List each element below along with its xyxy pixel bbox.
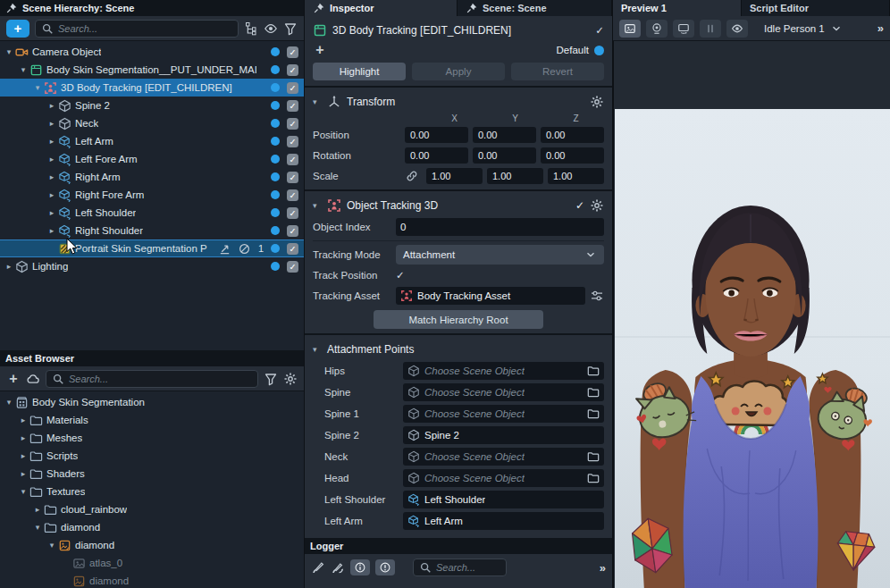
screen-mode-button[interactable] — [673, 20, 694, 38]
add-component-button[interactable]: + — [313, 43, 327, 57]
folder-small-icon[interactable] — [587, 365, 600, 377]
hierarchy-row[interactable]: ▸ Left Arm — [0, 132, 304, 150]
render-layer-dot[interactable] — [271, 244, 280, 253]
expand-chevron[interactable]: ▾ — [4, 47, 14, 56]
hierarchy-row[interactable]: ▸ Right Arm — [0, 168, 304, 186]
folder-small-icon[interactable] — [587, 450, 600, 463]
render-layer-dot[interactable] — [271, 65, 280, 74]
enabled-checkbox[interactable] — [287, 46, 298, 58]
eye-icon[interactable] — [264, 21, 278, 36]
asset-row[interactable]: diamond — [0, 572, 304, 588]
filter-icon[interactable] — [264, 372, 278, 386]
enabled-checkbox[interactable] — [287, 82, 298, 94]
expand-chevron[interactable]: ▾ — [4, 398, 14, 407]
hierarchy-row[interactable]: ▸ Left Shoulder — [0, 204, 304, 222]
apply-button[interactable]: Apply — [412, 63, 505, 80]
tab-scene[interactable]: Scene: Scene — [458, 0, 612, 16]
enabled-checkbox[interactable] — [287, 136, 298, 147]
value-z-input[interactable]: 0.00 — [541, 127, 604, 143]
pin-icon[interactable] — [5, 2, 18, 14]
hierarchy-row[interactable]: ▾ Body Skin Segmentation__PUT_UNDER_MAI — [0, 61, 304, 79]
render-layer-dot[interactable] — [271, 190, 280, 199]
expand-chevron[interactable]: ▾ — [32, 83, 43, 92]
tracking-asset-field[interactable]: Body Tracking Asset — [396, 287, 585, 305]
hierarchy-row[interactable]: ▸ Right Fore Arm — [0, 186, 304, 204]
enabled-checkbox[interactable] — [287, 243, 298, 255]
enabled-checkbox[interactable] — [287, 207, 298, 219]
filter-icon[interactable] — [283, 21, 298, 36]
gear-icon[interactable] — [590, 198, 604, 213]
hierarchy-row[interactable]: ▸ Neck — [0, 114, 304, 132]
component-enabled-checkbox[interactable] — [575, 199, 584, 212]
expand-chevron[interactable]: ▸ — [18, 469, 29, 478]
revert-button[interactable]: Revert — [511, 63, 604, 80]
expand-chevron[interactable]: ▾ — [18, 65, 29, 74]
value-y-input[interactable]: 0.00 — [473, 127, 536, 143]
expand-chevron[interactable]: ▸ — [46, 208, 57, 217]
asset-search-input[interactable]: Search... — [46, 370, 258, 388]
scene-object-field[interactable]: Spine 2 — [403, 426, 604, 444]
add-object-button[interactable]: + — [6, 20, 29, 38]
asset-row[interactable]: ▸ Meshes — [0, 429, 304, 447]
pause-button[interactable] — [700, 20, 721, 38]
tune-icon[interactable] — [590, 289, 604, 303]
tab-script-editor[interactable]: Script Editor — [742, 0, 890, 16]
value-y-input[interactable]: 1.00 — [487, 168, 543, 184]
attachment-points-header[interactable]: ▾ Attachment Points — [313, 339, 604, 360]
chevron-down-icon[interactable] — [830, 22, 843, 35]
enabled-checkbox[interactable] — [287, 225, 298, 237]
asset-row[interactable]: ▾ diamond — [0, 536, 304, 554]
expand-chevron[interactable]: ▸ — [32, 505, 43, 514]
expand-chevron[interactable]: ▸ — [46, 172, 57, 181]
gear-icon[interactable] — [590, 95, 604, 109]
expand-chevron[interactable]: ▸ — [46, 101, 57, 110]
webcam-mode-button[interactable] — [646, 20, 668, 38]
scene-object-field[interactable]: Choose Scene Object — [403, 469, 604, 487]
transform-section-header[interactable]: ▾ Transform — [313, 91, 604, 113]
expand-chevron[interactable]: ▸ — [46, 119, 57, 128]
info-filter-button[interactable] — [350, 559, 370, 575]
value-z-input[interactable]: 0.00 — [541, 147, 604, 164]
track-position-checkbox[interactable] — [396, 269, 405, 281]
expand-chevron[interactable]: ▸ — [46, 226, 57, 235]
enabled-checkbox[interactable] — [287, 154, 298, 165]
asset-row[interactable]: ▸ Shaders — [0, 465, 304, 483]
enabled-checkbox[interactable] — [287, 261, 298, 273]
render-layer-dot[interactable] — [271, 172, 280, 181]
enabled-checkbox[interactable] — [287, 189, 298, 201]
render-layer-dot[interactable] — [271, 137, 280, 146]
scene-object-field[interactable]: Choose Scene Object — [403, 448, 604, 466]
enabled-checkbox[interactable] — [287, 64, 298, 76]
add-asset-button[interactable]: + — [6, 372, 21, 386]
value-y-input[interactable]: 0.00 — [473, 147, 536, 164]
scene-object-field[interactable]: Choose Scene Object — [403, 362, 604, 380]
render-layer-dot[interactable] — [271, 155, 280, 164]
warning-filter-button[interactable] — [375, 559, 395, 575]
render-layer-dot[interactable] — [271, 47, 280, 56]
render-layer-dot[interactable] — [271, 83, 280, 92]
asset-row[interactable]: ▾ Body Skin Segmentation — [0, 393, 304, 411]
broom-play-icon[interactable] — [331, 560, 345, 575]
expand-chevron[interactable]: ▾ — [32, 523, 43, 532]
object-enabled-checkbox[interactable] — [595, 24, 604, 37]
show-overlays-button[interactable] — [726, 20, 748, 38]
asset-row[interactable]: atlas_0 — [0, 554, 304, 572]
expand-chevron[interactable]: ▸ — [18, 451, 29, 460]
link-icon[interactable] — [405, 169, 422, 183]
value-z-input[interactable]: 1.00 — [548, 168, 604, 184]
value-x-input[interactable]: 1.00 — [426, 168, 483, 184]
expand-chevron[interactable]: ▸ — [46, 137, 57, 146]
tab-preview[interactable]: Preview 1 — [613, 0, 742, 16]
render-layer-dot[interactable] — [271, 226, 280, 235]
expand-chevron[interactable]: ▸ — [46, 155, 57, 164]
asset-row[interactable]: ▸ cloud_rainbow — [0, 500, 304, 518]
render-layer-dot[interactable] — [271, 119, 280, 128]
pin-icon[interactable] — [313, 2, 325, 14]
hierarchy-search-input[interactable]: Search... — [35, 20, 239, 38]
asset-row[interactable]: ▸ Materials — [0, 411, 304, 429]
object-index-input[interactable]: 0 — [396, 218, 604, 236]
value-x-input[interactable]: 0.00 — [405, 127, 468, 143]
value-x-input[interactable]: 0.00 — [405, 147, 468, 164]
asset-row[interactable]: ▸ Scripts — [0, 447, 304, 465]
render-layer-dot[interactable] — [271, 101, 280, 110]
